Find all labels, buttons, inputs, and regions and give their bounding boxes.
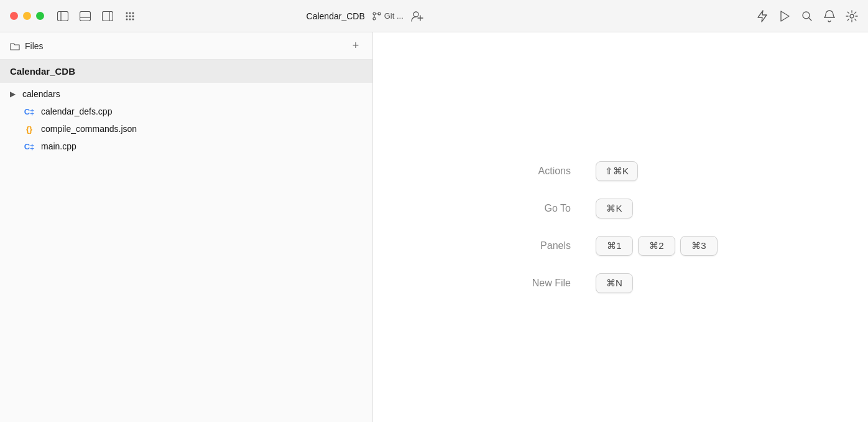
folder-name: calendars	[22, 89, 60, 99]
project-name: Calendar_CDB	[307, 11, 365, 21]
shortcut-label-goto: Go To	[496, 203, 571, 214]
shortcut-keys-goto: ⌘K	[596, 199, 633, 218]
list-item[interactable]: C‡ main.cpp	[0, 138, 372, 155]
kbd-panels-1: ⌘1	[596, 236, 633, 256]
svg-point-12	[126, 18, 128, 20]
add-file-button[interactable]: +	[349, 39, 362, 53]
shortcut-keys-actions: ⇧⌘K	[596, 161, 638, 181]
shortcut-row-panels: Panels ⌘1 ⌘2 ⌘3	[496, 236, 745, 256]
add-collaborator-icon[interactable]	[411, 10, 423, 22]
list-item[interactable]: ▶ calendars	[0, 85, 372, 103]
folder-icon	[10, 41, 20, 51]
right-panel: Actions ⇧⌘K Go To ⌘K Panels ⌘1 ⌘2 ⌘3	[373, 32, 868, 422]
svg-point-24	[850, 14, 854, 18]
svg-point-13	[129, 18, 131, 20]
svg-point-6	[126, 12, 128, 14]
play-icon[interactable]	[778, 10, 791, 22]
grid-icon[interactable]	[124, 10, 136, 22]
titlebar-center: Calendar_CDB Git ...	[307, 10, 423, 22]
svg-point-15	[373, 12, 376, 15]
file-name: main.cpp	[41, 141, 76, 151]
list-item[interactable]: {} compile_commands.json	[0, 120, 372, 138]
shortcut-label-newfile: New File	[496, 278, 571, 289]
file-name: compile_commands.json	[41, 124, 137, 134]
kbd-goto: ⌘K	[596, 199, 633, 218]
svg-line-23	[808, 17, 811, 21]
file-tree: ▶ calendars C‡ calendar_defs.cpp {} comp…	[0, 83, 372, 422]
main-area: Files + Calendar_CDB ▶ calendars C‡ cale…	[0, 32, 868, 422]
shortcut-row-goto: Go To ⌘K	[496, 199, 745, 218]
minimize-button[interactable]	[23, 12, 31, 20]
gear-icon[interactable]	[846, 10, 858, 22]
file-name: calendar_defs.cpp	[41, 106, 112, 116]
close-button[interactable]	[10, 12, 18, 20]
svg-point-7	[129, 12, 131, 14]
shortcut-row-actions: Actions ⇧⌘K	[496, 161, 745, 181]
git-button[interactable]: Git ...	[372, 11, 404, 21]
svg-rect-4	[103, 11, 113, 21]
svg-point-11	[132, 15, 134, 17]
sidebar-left-icon[interactable]	[57, 10, 69, 22]
svg-rect-2	[80, 11, 91, 21]
titlebar-right-icons	[756, 10, 858, 22]
svg-point-17	[373, 17, 376, 20]
search-icon[interactable]	[801, 10, 813, 22]
kbd-newfile: ⌘N	[596, 273, 633, 293]
svg-point-9	[126, 15, 128, 17]
kbd-actions: ⇧⌘K	[596, 161, 638, 181]
bolt-icon[interactable]	[756, 10, 769, 22]
maximize-button[interactable]	[36, 12, 44, 20]
shortcuts-container: Actions ⇧⌘K Go To ⌘K Panels ⌘1 ⌘2 ⌘3	[496, 161, 745, 293]
bell-icon[interactable]	[823, 10, 836, 22]
json-file-icon: {}	[22, 124, 36, 134]
sidebar-title: Files	[25, 41, 344, 51]
svg-rect-0	[58, 11, 68, 21]
svg-point-19	[413, 12, 418, 17]
svg-point-8	[132, 12, 134, 14]
titlebar: Calendar_CDB Git ...	[0, 0, 868, 32]
sidebar-right-icon[interactable]	[101, 10, 114, 22]
kbd-panels-3: ⌘3	[680, 236, 718, 256]
svg-point-14	[132, 18, 134, 20]
kbd-panels-2: ⌘2	[638, 236, 675, 256]
sidebar-header: Files +	[0, 32, 372, 60]
shortcut-keys-newfile: ⌘N	[596, 273, 633, 293]
traffic-lights	[10, 12, 44, 20]
git-label: Git ...	[384, 11, 404, 21]
shortcut-keys-panels: ⌘1 ⌘2 ⌘3	[596, 236, 718, 256]
cpp-file-icon: C‡	[22, 142, 36, 151]
project-root-label: Calendar_CDB	[0, 60, 372, 83]
shortcut-label-actions: Actions	[496, 166, 571, 177]
titlebar-left-icons	[57, 10, 136, 22]
chevron-right-icon: ▶	[10, 90, 17, 98]
sidebar: Files + Calendar_CDB ▶ calendars C‡ cale…	[0, 32, 373, 422]
shortcut-label-panels: Panels	[496, 240, 571, 251]
cpp-file-icon: C‡	[22, 107, 36, 116]
panel-bottom-icon[interactable]	[79, 10, 91, 22]
list-item[interactable]: C‡ calendar_defs.cpp	[0, 103, 372, 120]
svg-point-10	[129, 15, 131, 17]
shortcut-row-newfile: New File ⌘N	[496, 273, 745, 293]
